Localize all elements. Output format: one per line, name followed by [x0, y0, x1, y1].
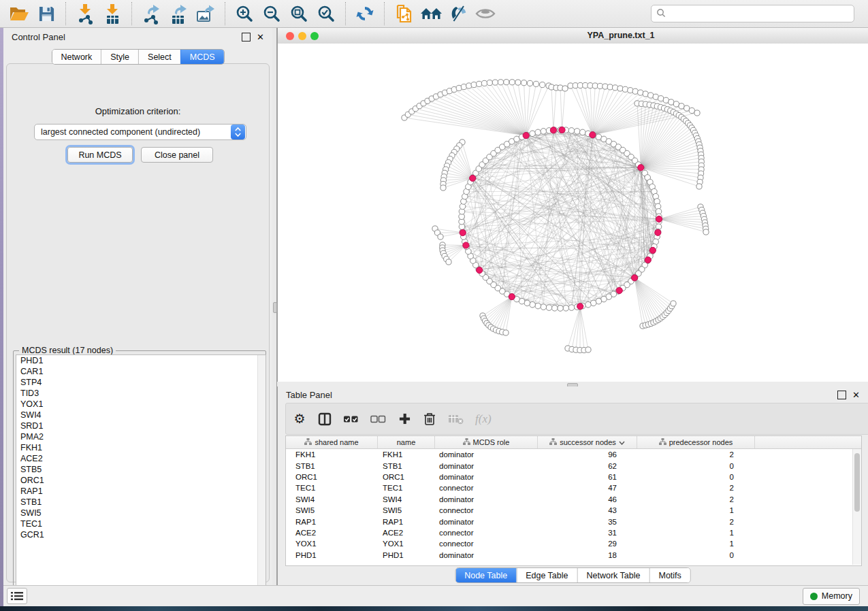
horizontal-splitter[interactable] [277, 382, 868, 386]
zoom-out-icon[interactable] [260, 3, 283, 24]
control-panel-title: Control Panel [12, 32, 65, 42]
float-panel-icon[interactable] [242, 33, 251, 42]
tab-motifs[interactable]: Motifs [649, 568, 690, 582]
tab-network-table[interactable]: Network Table [577, 568, 649, 582]
mcds-result-item[interactable]: GCR1 [16, 529, 266, 540]
tab-network[interactable]: Network [52, 50, 101, 64]
table-row[interactable]: STB1STB1dominator620 [286, 460, 861, 471]
tab-edge-table[interactable]: Edge Table [516, 568, 577, 582]
table-settings-gear-icon[interactable]: ⚙ [293, 411, 306, 427]
table-cell: 46 [536, 495, 634, 503]
close-window-traffic-light[interactable] [286, 32, 294, 40]
table-row[interactable]: ACE2ACE2connector311 [286, 527, 861, 538]
mcds-result-item[interactable]: STB1 [16, 497, 266, 508]
mcds-result-item[interactable]: ACE2 [16, 453, 266, 464]
cytopanel-list-button[interactable] [7, 588, 27, 604]
toolbar-separator [65, 2, 66, 25]
column-header-shared-name[interactable]: shared name [286, 436, 378, 448]
tab-node-table[interactable]: Node Table [455, 568, 516, 582]
add-column-icon[interactable] [398, 411, 411, 427]
memory-button[interactable]: Memory [803, 588, 860, 605]
table-cell: 43 [536, 506, 634, 514]
zoom-in-icon[interactable] [233, 3, 256, 24]
vertical-splitter[interactable] [272, 28, 277, 590]
close-panel-icon[interactable]: ✕ [257, 33, 264, 41]
clone-network-icon[interactable] [392, 3, 415, 24]
mcds-result-item[interactable]: YOX1 [16, 399, 266, 410]
mcds-result-item[interactable]: CAR1 [16, 366, 266, 377]
mcds-result-item[interactable]: PHD1 [16, 355, 266, 366]
table-row[interactable]: SWI4SWI4dominator462 [286, 494, 861, 505]
delete-table-icon[interactable] [448, 411, 464, 427]
table-scrollbar[interactable] [852, 449, 861, 565]
network-canvas[interactable] [278, 44, 868, 382]
table-cell: RAP1 [377, 518, 434, 526]
export-image-icon[interactable] [194, 3, 217, 24]
minimize-window-traffic-light[interactable] [298, 32, 306, 40]
search-input[interactable] [669, 7, 854, 20]
table-row[interactable]: ORC1ORC1dominator610 [286, 472, 861, 482]
import-network-icon[interactable] [74, 3, 97, 24]
network-manager-icon[interactable] [419, 3, 443, 24]
node-table[interactable]: shared namenameMCDS rolesuccessor nodesp… [285, 435, 862, 566]
mcds-result-item[interactable]: SWI5 [16, 508, 266, 518]
show-eye-icon[interactable] [474, 3, 497, 24]
mcds-result-list[interactable]: PHD1CAR1STP4TID3YOX1SWI4SRD1PMA2FKH1ACE2… [16, 354, 266, 604]
open-file-icon[interactable] [7, 3, 31, 24]
float-panel-icon[interactable] [837, 391, 846, 399]
select-all-icon[interactable] [343, 411, 359, 427]
mcds-result-item[interactable]: STB5 [16, 464, 266, 475]
network-graph[interactable] [278, 44, 868, 382]
mcds-result-item[interactable]: PMA2 [16, 431, 266, 442]
close-panel-icon[interactable]: ✕ [852, 391, 860, 399]
column-label: name [397, 438, 416, 446]
export-table-icon[interactable] [167, 3, 190, 24]
tab-select[interactable]: Select [138, 50, 180, 64]
column-header-MCDS-role[interactable]: MCDS role [435, 436, 538, 448]
maximize-window-traffic-light[interactable] [310, 32, 319, 40]
mcds-result-item[interactable]: RAP1 [16, 486, 266, 497]
zoom-selected-icon[interactable] [315, 3, 338, 24]
function-builder-icon[interactable]: f(x) [475, 411, 492, 427]
mcds-result-item[interactable]: SWI4 [16, 410, 266, 420]
table-cell: TEC1 [377, 484, 434, 492]
mcds-result-item[interactable]: TEC1 [16, 518, 266, 529]
table-row[interactable]: PHD1PHD1dominator180 [286, 550, 861, 561]
mcds-result-item[interactable]: TID3 [16, 388, 266, 399]
dropdown-stepper-icon [231, 125, 245, 139]
mcds-result-item[interactable]: ORC1 [16, 475, 266, 486]
optimization-criterion-label: Optimization criterion: [7, 106, 269, 116]
show-columns-icon[interactable] [318, 411, 332, 427]
column-header-name[interactable]: name [378, 436, 435, 448]
mcds-result-item[interactable]: STP4 [16, 377, 266, 388]
table-cell: RAP1 [286, 518, 377, 526]
refresh-icon[interactable] [353, 3, 376, 24]
zoom-fit-icon[interactable] [287, 3, 310, 24]
mcds-result-item[interactable]: FKH1 [16, 442, 266, 453]
graphics-details-icon[interactable] [447, 3, 470, 24]
table-row[interactable]: SWI5SWI5connector431 [286, 505, 861, 516]
save-session-icon[interactable] [35, 3, 58, 24]
column-header-predecessor-nodes[interactable]: predecessor nodes [637, 436, 755, 448]
search-field[interactable] [651, 5, 854, 22]
run-mcds-button[interactable]: Run MCDS [67, 147, 133, 163]
mcds-result-item[interactable]: SRD1 [16, 420, 266, 431]
table-toolbar: ⚙f(x) [285, 403, 868, 435]
tab-style[interactable]: Style [101, 50, 138, 64]
deselect-all-icon[interactable] [370, 411, 386, 427]
tab-mcds[interactable]: MCDS [180, 50, 224, 64]
table-scrollbar-thumb[interactable] [854, 453, 860, 512]
table-row[interactable]: RAP1RAP1dominator352 [286, 516, 861, 527]
table-row[interactable]: TEC1TEC1connector472 [286, 482, 861, 493]
table-cell: connector [434, 529, 536, 537]
mcds-list-scrollbar[interactable] [257, 355, 266, 603]
optimization-criterion-dropdown[interactable]: largest connected component (undirected) [34, 124, 246, 140]
column-header-successor-nodes[interactable]: successor nodes [538, 436, 637, 448]
close-panel-button[interactable]: Close panel [141, 147, 213, 163]
table-row[interactable]: YOX1YOX1connector291 [286, 538, 861, 549]
table-row[interactable]: FKH1FKH1dominator962 [286, 449, 861, 460]
import-table-icon[interactable] [101, 3, 124, 24]
export-network-icon[interactable] [140, 3, 163, 24]
delete-column-icon[interactable] [423, 411, 436, 427]
network-window-titlebar[interactable]: YPA_prune.txt_1 [278, 28, 868, 44]
